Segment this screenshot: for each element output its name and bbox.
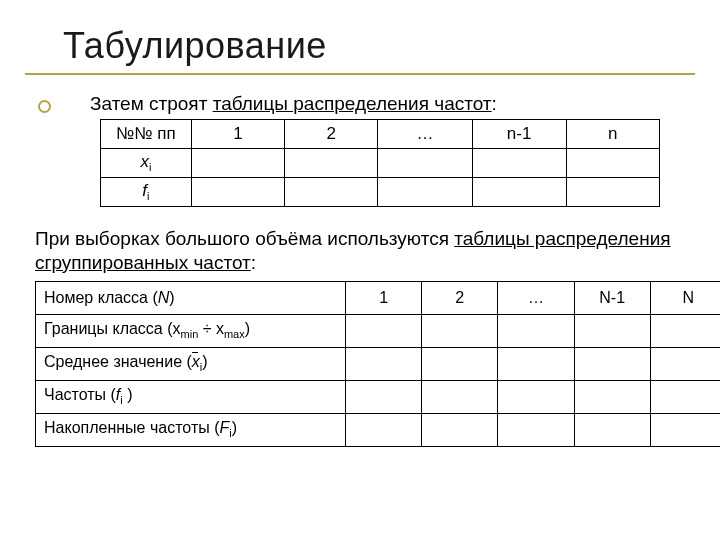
cell-empty	[574, 314, 650, 347]
t2-r3-b: )	[123, 386, 133, 403]
cell-empty	[650, 314, 720, 347]
title-rule	[25, 73, 695, 75]
cell-empty	[346, 380, 422, 413]
t2-col-1: 1	[346, 281, 422, 314]
t2-row3-label: Частоты (fi )	[36, 380, 346, 413]
cell-empty	[574, 380, 650, 413]
cell-empty	[422, 413, 498, 446]
t1-row-xi: xi	[101, 149, 192, 178]
t2-r1-b: )	[245, 320, 250, 337]
xi-sub: i	[149, 162, 151, 174]
cell-empty	[498, 347, 574, 380]
table-row: fi	[101, 178, 660, 207]
cell-empty	[498, 314, 574, 347]
t2-col-N: N	[650, 281, 720, 314]
t2-r2-a: Среднее значение (	[44, 353, 192, 370]
cell-empty	[346, 314, 422, 347]
t2-r1-a: Границы класса (x	[44, 320, 181, 337]
t1-header-npp: №№ пп	[101, 120, 192, 149]
intro-text: Затем строят таблицы распределения часто…	[90, 93, 695, 115]
table-row: №№ пп 1 2 … n-1 n	[101, 120, 660, 149]
t2-r0-a: Номер класса (	[44, 289, 158, 306]
table1-wrap: №№ пп 1 2 … n-1 n xi fi	[100, 119, 660, 207]
t2-r1-max: max	[224, 329, 245, 341]
cell-empty	[422, 380, 498, 413]
cell-empty	[574, 347, 650, 380]
table-row: Границы класса (xmin ÷ xmax)	[36, 314, 721, 347]
t2-row0-label: Номер класса (N)	[36, 281, 346, 314]
cell-empty	[191, 178, 284, 207]
t2-col-2: 2	[422, 281, 498, 314]
frequency-table: №№ пп 1 2 … n-1 n xi fi	[100, 119, 660, 207]
table-row: Среднее значение (xi)	[36, 347, 721, 380]
intro-plain: Затем строят	[90, 93, 213, 114]
t1-col-2: 2	[285, 120, 378, 149]
page-title: Табулирование	[63, 25, 695, 67]
t2-r2-x: x	[192, 353, 200, 370]
table-row: Частоты (fi )	[36, 380, 721, 413]
t2-col-Nminus1: N-1	[574, 281, 650, 314]
t2-r1-min: min	[181, 329, 199, 341]
table-row: Номер класса (N) 1 2 … N-1 N	[36, 281, 721, 314]
cell-empty	[574, 413, 650, 446]
fi-sub: i	[147, 191, 149, 203]
cell-empty	[422, 347, 498, 380]
cell-empty	[378, 149, 472, 178]
xbar-icon: xi	[192, 353, 202, 373]
t2-r0-b: )	[169, 289, 174, 306]
cell-empty	[472, 178, 566, 207]
t2-r4-b: )	[232, 419, 237, 436]
t2-col-dots: …	[498, 281, 574, 314]
t1-col-dots: …	[378, 120, 472, 149]
t1-col-nminus1: n-1	[472, 120, 566, 149]
table-row: Накопленные частоты (Fi)	[36, 413, 721, 446]
body-text: При выборках большого объёма используютс…	[35, 227, 685, 275]
t2-row4-label: Накопленные частоты (Fi)	[36, 413, 346, 446]
t2-r4-a: Накопленные частоты (	[44, 419, 219, 436]
intro-tail: :	[492, 93, 497, 114]
cell-empty	[285, 178, 378, 207]
cell-empty	[650, 413, 720, 446]
cell-empty	[498, 380, 574, 413]
t2-row2-label: Среднее значение (xi)	[36, 347, 346, 380]
t2-r3-a: Частоты (	[44, 386, 116, 403]
cell-empty	[346, 347, 422, 380]
t2-r2-sub: i	[200, 362, 202, 374]
cell-empty	[285, 149, 378, 178]
t2-row1-label: Границы класса (xmin ÷ xmax)	[36, 314, 346, 347]
cell-empty	[566, 178, 659, 207]
cell-empty	[650, 347, 720, 380]
intro-underline: таблицы распределения частот	[213, 93, 492, 114]
slide: Табулирование Затем строят таблицы распр…	[0, 0, 720, 540]
cell-empty	[422, 314, 498, 347]
t2-r0-N: N	[158, 289, 170, 306]
bar-line	[192, 352, 198, 353]
cell-empty	[378, 178, 472, 207]
cell-empty	[191, 149, 284, 178]
t1-row-fi: fi	[101, 178, 192, 207]
t1-col-n: n	[566, 120, 659, 149]
cell-empty	[346, 413, 422, 446]
cell-empty	[472, 149, 566, 178]
t2-r1-div: ÷ x	[198, 320, 224, 337]
t2-r4-F: F	[219, 419, 229, 436]
body-tail: :	[251, 252, 256, 273]
grouped-frequency-table: Номер класса (N) 1 2 … N-1 N Границы кла…	[35, 281, 720, 447]
cell-empty	[650, 380, 720, 413]
xi-x: x	[140, 152, 149, 171]
body-plain: При выборках большого объёма используютс…	[35, 228, 454, 249]
t1-col-1: 1	[191, 120, 284, 149]
t2-r2-b: )	[202, 353, 207, 370]
bullet-icon	[38, 100, 51, 113]
cell-empty	[566, 149, 659, 178]
table-row: xi	[101, 149, 660, 178]
cell-empty	[498, 413, 574, 446]
